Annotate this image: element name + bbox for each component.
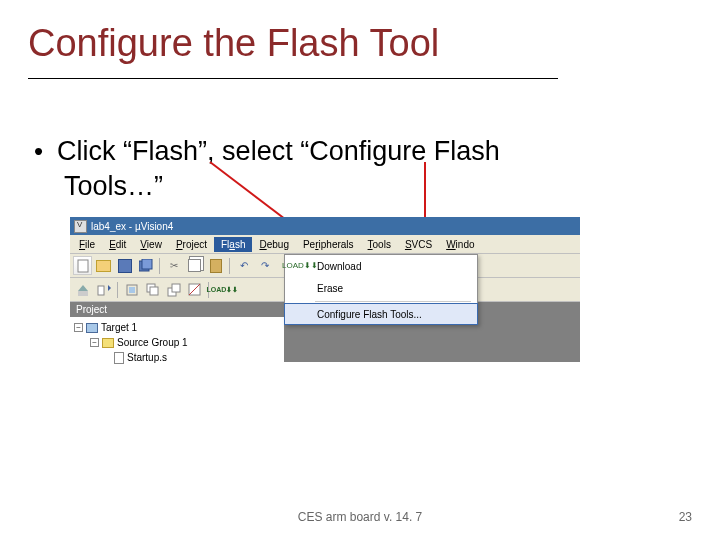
menu-window[interactable]: Windo bbox=[439, 237, 481, 252]
flash-configure-label: Configure Flash Tools... bbox=[317, 309, 422, 320]
svg-rect-4 bbox=[78, 260, 88, 272]
menu-view[interactable]: View bbox=[133, 237, 169, 252]
rebuild-button[interactable] bbox=[94, 280, 113, 299]
flash-dropdown: LOAD⬇⬇ Download Erase Configure Flash To… bbox=[284, 254, 478, 325]
page-number: 23 bbox=[679, 510, 692, 524]
copy-button[interactable] bbox=[185, 256, 204, 275]
bullet-marker: • bbox=[34, 134, 43, 168]
flash-erase-item[interactable]: Erase bbox=[285, 277, 477, 299]
group-label: Source Group 1 bbox=[117, 337, 188, 348]
title-underline bbox=[28, 78, 558, 79]
tree-toggle-icon[interactable]: − bbox=[90, 338, 99, 347]
flash-download-item[interactable]: LOAD⬇⬇ Download bbox=[285, 255, 477, 277]
tree-target-row[interactable]: − Target 1 bbox=[74, 320, 280, 335]
dropdown-separator bbox=[315, 301, 471, 302]
menu-peripherals[interactable]: Peripherals bbox=[296, 237, 361, 252]
menu-debug[interactable]: Debug bbox=[252, 237, 295, 252]
batch-build-button[interactable] bbox=[143, 280, 162, 299]
toolbar-separator bbox=[117, 282, 118, 298]
menu-file[interactable]: File bbox=[72, 237, 102, 252]
file-icon bbox=[114, 352, 124, 364]
target-icon bbox=[86, 323, 98, 333]
build-button[interactable] bbox=[73, 280, 92, 299]
paste-button[interactable] bbox=[206, 256, 225, 275]
toolbar-separator bbox=[159, 258, 160, 274]
svg-marker-10 bbox=[108, 285, 111, 291]
undo-button[interactable]: ↶ bbox=[234, 256, 253, 275]
slide-title: Configure the Flash Tool bbox=[28, 22, 439, 65]
translate-button[interactable] bbox=[164, 280, 183, 299]
menu-project[interactable]: Project bbox=[169, 237, 214, 252]
menu-svcs[interactable]: SVCS bbox=[398, 237, 439, 252]
bullet-text-line2-row: Tools…” bbox=[64, 169, 163, 203]
folder-icon bbox=[102, 338, 114, 348]
menu-tools[interactable]: Tools bbox=[361, 237, 398, 252]
file-label: Startup.s bbox=[127, 352, 167, 363]
redo-button[interactable]: ↷ bbox=[255, 256, 274, 275]
bullet-text-line2: Tools…” bbox=[64, 169, 163, 203]
screenshot: lab4_ex - µVision4 File Edit View Projec… bbox=[70, 217, 580, 368]
svg-marker-8 bbox=[78, 285, 88, 291]
build-target-button[interactable] bbox=[122, 280, 141, 299]
load-button[interactable]: LOAD⬇⬇ bbox=[213, 280, 232, 299]
tree-group-row[interactable]: − Source Group 1 bbox=[74, 335, 280, 350]
tree-toggle-icon[interactable]: − bbox=[74, 323, 83, 332]
app-icon bbox=[74, 220, 87, 233]
open-button[interactable] bbox=[94, 256, 113, 275]
project-panel-header: Project bbox=[70, 302, 284, 317]
flash-configure-item[interactable]: Configure Flash Tools... bbox=[284, 303, 478, 325]
new-button[interactable] bbox=[73, 256, 92, 275]
svg-rect-12 bbox=[129, 287, 135, 293]
load-icon-label: LOAD bbox=[207, 286, 227, 293]
project-tree: − Target 1 − Source Group 1 Startup.s bbox=[70, 317, 284, 368]
window-titlebar: lab4_ex - µVision4 bbox=[70, 217, 580, 235]
tree-file-row[interactable]: Startup.s bbox=[74, 350, 280, 365]
download-icon: LOAD⬇⬇ bbox=[289, 262, 311, 270]
project-panel: Project − Target 1 − Source Group 1 S bbox=[70, 302, 284, 368]
toolbar-separator bbox=[229, 258, 230, 274]
flash-erase-label: Erase bbox=[317, 283, 343, 294]
window-title: lab4_ex - µVision4 bbox=[91, 221, 173, 232]
save-button[interactable] bbox=[115, 256, 134, 275]
stop-build-button[interactable] bbox=[185, 280, 204, 299]
target-label: Target 1 bbox=[101, 322, 137, 333]
save-all-button[interactable] bbox=[136, 256, 155, 275]
menu-bar: File Edit View Project Flash Debug Perip… bbox=[70, 235, 580, 254]
svg-rect-16 bbox=[172, 284, 180, 292]
menu-flash[interactable]: Flash bbox=[214, 237, 252, 252]
svg-rect-9 bbox=[98, 286, 104, 295]
menu-edit[interactable]: Edit bbox=[102, 237, 133, 252]
flash-download-label: Download bbox=[317, 261, 362, 272]
svg-rect-7 bbox=[78, 291, 88, 296]
svg-rect-14 bbox=[150, 287, 158, 295]
svg-rect-6 bbox=[142, 259, 152, 269]
cut-button[interactable]: ✂ bbox=[164, 256, 183, 275]
footer-center: CES arm board v. 14. 7 bbox=[298, 510, 423, 524]
